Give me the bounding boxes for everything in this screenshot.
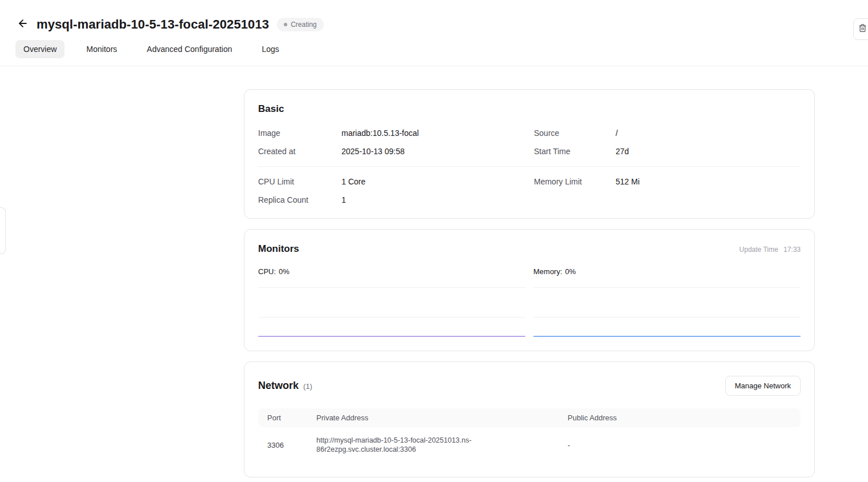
monitors-card: Monitors Update Time 17:33 CPU: 0% <box>244 229 815 351</box>
network-table-header: Port Private Address Public Address <box>258 408 801 427</box>
field-label-memory-limit: Memory Limit <box>534 177 616 186</box>
cpu-chart-area <box>258 283 525 337</box>
network-table: Port Private Address Public Address 3306… <box>258 408 801 463</box>
field-label-created-at: Created at <box>258 147 341 156</box>
monitors-charts: CPU: 0% Memory: 0% <box>258 267 801 337</box>
status-badge: Creating <box>277 18 323 31</box>
delete-button[interactable] <box>853 18 868 40</box>
trash-icon <box>858 23 867 35</box>
column-header-public-address: Public Address <box>558 413 801 422</box>
field-label-image: Image <box>258 128 341 138</box>
sidebar-toggle[interactable] <box>0 207 6 254</box>
memory-chart-label: Memory: 0% <box>533 267 801 276</box>
field-label-replica-count: Replica Count <box>258 195 341 204</box>
memory-chart-area <box>533 283 801 337</box>
basic-fields-grid: Image mariadb:10.5.13-focal Source / Cre… <box>258 128 801 204</box>
tab-bar: Overview Monitors Advanced Configuration… <box>0 40 868 66</box>
network-count: (1) <box>303 382 312 391</box>
update-time: Update Time 17:33 <box>740 246 801 254</box>
cpu-gridline <box>258 287 525 288</box>
network-card-title: Network <box>258 380 299 392</box>
tab-logs[interactable]: Logs <box>254 40 287 58</box>
tab-monitors[interactable]: Monitors <box>78 40 125 58</box>
memory-gridline <box>533 287 801 288</box>
field-label-start-time: Start Time <box>534 147 616 156</box>
cpu-value: 0% <box>279 267 290 276</box>
update-time-value: 17:33 <box>783 246 801 254</box>
back-button[interactable] <box>16 18 30 31</box>
port-cell: 3306 <box>258 441 307 449</box>
table-row: 3306 http://mysql-mariadb-10-5-13-focal-… <box>258 427 801 463</box>
private-address-link[interactable]: http://mysql-mariadb-10-5-13-focal-20251… <box>316 436 476 455</box>
monitors-card-title: Monitors <box>258 243 299 255</box>
status-dot-icon <box>284 23 287 26</box>
basic-divider <box>258 166 801 167</box>
cpu-series-line <box>258 336 525 337</box>
field-value-created-at: 2025-10-13 09:58 <box>341 147 534 156</box>
field-value-memory-limit: 512 Mi <box>616 177 801 186</box>
public-address-cell: - <box>558 441 801 449</box>
memory-value: 0% <box>565 267 576 276</box>
cpu-label: CPU: <box>258 267 276 276</box>
basic-card: Basic Image mariadb:10.5.13-focal Source… <box>244 89 815 219</box>
field-label-cpu-limit: CPU Limit <box>258 177 341 186</box>
network-card: Network (1) Manage Network Port Private … <box>244 362 815 477</box>
main-content: Basic Image mariadb:10.5.13-focal Source… <box>0 66 868 477</box>
update-time-label: Update Time <box>740 246 778 254</box>
cpu-chart: CPU: 0% <box>258 267 525 337</box>
field-value-source: / <box>616 128 801 138</box>
tab-overview[interactable]: Overview <box>15 40 65 58</box>
tab-advanced-configuration[interactable]: Advanced Configuration <box>139 40 240 58</box>
arrow-left-icon <box>17 18 29 31</box>
field-label-source: Source <box>534 128 616 138</box>
memory-label: Memory: <box>533 267 562 276</box>
memory-gridline <box>533 317 801 318</box>
memory-series-line <box>533 336 801 337</box>
field-value-image: mariadb:10.5.13-focal <box>341 128 534 138</box>
basic-card-title: Basic <box>258 103 801 115</box>
status-badge-label: Creating <box>291 21 316 29</box>
cpu-gridline <box>258 317 525 318</box>
field-value-replica-count: 1 <box>341 195 534 204</box>
column-header-private-address: Private Address <box>307 413 558 422</box>
field-value-cpu-limit: 1 Core <box>341 177 534 186</box>
memory-chart: Memory: 0% <box>533 267 801 337</box>
field-value-start-time: 27d <box>616 147 801 156</box>
manage-network-button[interactable]: Manage Network <box>725 376 801 396</box>
page-header: mysql-mariadb-10-5-13-focal-20251013 Cre… <box>0 0 868 40</box>
cpu-chart-label: CPU: 0% <box>258 267 525 276</box>
page-title: mysql-mariadb-10-5-13-focal-20251013 <box>37 17 269 32</box>
column-header-port: Port <box>258 413 307 422</box>
